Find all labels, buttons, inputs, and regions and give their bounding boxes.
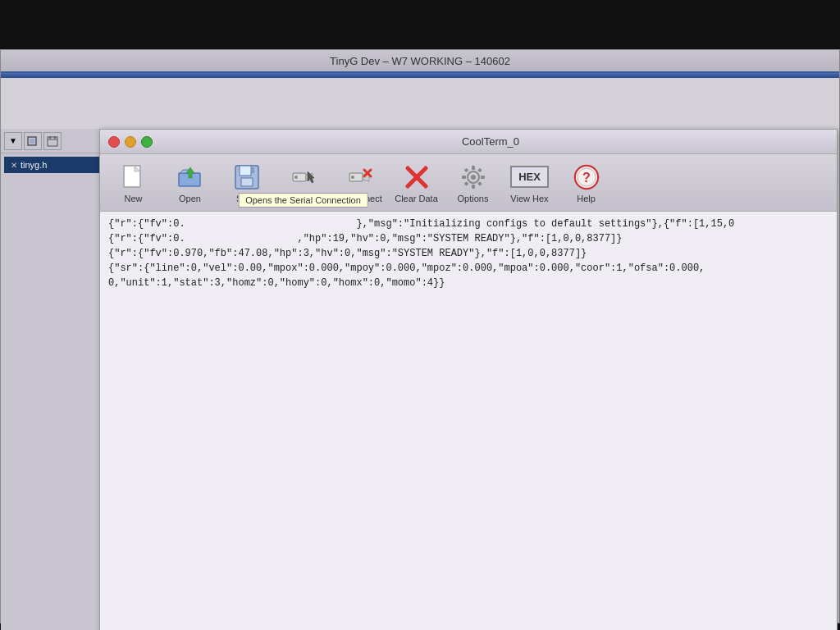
- view-hex-button[interactable]: HEX View Hex: [503, 158, 556, 208]
- save-button[interactable]: Save: [220, 158, 273, 208]
- sidebar-cal-btn[interactable]: [43, 132, 62, 150]
- connect-label: Connect: [286, 194, 320, 203]
- file-tab[interactable]: ✕ tinyg.h: [4, 157, 103, 173]
- svg-rect-35: [477, 181, 482, 186]
- main-title-bar: TinyG Dev – W7 WORKING – 140602: [1, 50, 839, 73]
- sidebar-icon-btn[interactable]: [24, 132, 42, 150]
- sidebar-dropdown-btn[interactable]: ▼: [4, 132, 22, 150]
- window-controls: [108, 136, 153, 148]
- coolterm-title-bar: CoolTerm_0: [100, 130, 837, 154]
- connect-button[interactable]: Connect Opens the Serial Connection: [276, 158, 330, 208]
- new-icon: [119, 162, 148, 192]
- view-hex-label: View Hex: [510, 194, 548, 203]
- main-accent-bar: [1, 73, 839, 78]
- svg-rect-14: [252, 167, 254, 173]
- terminal-line-4: {"sr":{"line":0,"vel":0.00,"mpox":0.000,…: [108, 261, 829, 276]
- disconnect-button[interactable]: Disconnect: [333, 158, 386, 208]
- options-label: Options: [458, 194, 489, 203]
- tab-label: tinyg.h: [21, 160, 47, 170]
- terminal-line-3: {"r":{"fv":0.970,"fb":47.08,"hp":3,"hv":…: [108, 246, 829, 261]
- main-title-text: TinyG Dev – W7 WORKING – 140602: [330, 55, 510, 67]
- disconnect-icon: [345, 162, 375, 192]
- save-label: Save: [236, 194, 257, 203]
- open-label: Open: [179, 194, 201, 203]
- coolterm-title: CoolTerm_0: [153, 135, 829, 148]
- connect-icon: [289, 162, 318, 192]
- close-button[interactable]: [108, 136, 120, 148]
- help-icon: ?: [572, 162, 601, 192]
- svg-rect-28: [472, 166, 475, 170]
- svg-point-27: [471, 175, 476, 180]
- sidebar-toolbar: ▼: [1, 129, 107, 153]
- hex-box: HEX: [510, 166, 549, 188]
- left-sidebar: ▼ ✕ tinyg.h: [1, 129, 107, 630]
- view-hex-icon: HEX: [515, 162, 545, 192]
- terminal-line-5: 0,"unit":1,"stat":3,"homz":0,"homy":0,"h…: [108, 276, 829, 290]
- clear-data-icon: [402, 162, 431, 192]
- svg-point-17: [294, 176, 298, 179]
- save-icon: [232, 162, 262, 192]
- options-icon: [459, 162, 488, 192]
- svg-rect-30: [462, 176, 466, 179]
- new-label: New: [124, 194, 142, 203]
- terminal-line-2: {"r":{"fv":0. ,"hp":19,"hv":0,"msg":"SYS…: [108, 231, 829, 246]
- new-button[interactable]: New: [107, 158, 160, 208]
- svg-rect-2: [48, 137, 57, 146]
- svg-rect-34: [463, 181, 468, 186]
- svg-rect-33: [477, 167, 482, 172]
- options-button[interactable]: Options: [446, 158, 500, 208]
- coolterm-window: CoolTerm_0 New: [99, 129, 838, 630]
- svg-rect-12: [240, 166, 251, 176]
- main-window: TinyG Dev – W7 WORKING – 140602 ▼: [0, 49, 840, 623]
- svg-rect-32: [463, 167, 468, 172]
- svg-point-21: [351, 176, 354, 179]
- svg-text:?: ?: [582, 171, 591, 185]
- help-button[interactable]: ? Help: [559, 158, 613, 208]
- terminal-line-1: {"r":{"fv":0. },"msg":"Initializing conf…: [108, 217, 829, 231]
- open-icon: [176, 162, 205, 192]
- coolterm-toolbar: New Open: [100, 154, 837, 212]
- maximize-button[interactable]: [141, 136, 153, 148]
- svg-rect-29: [472, 185, 475, 189]
- clear-data-button[interactable]: Clear Data: [390, 158, 443, 208]
- minimize-button[interactable]: [125, 136, 136, 148]
- svg-rect-1: [30, 139, 34, 144]
- terminal-area[interactable]: {"r":{"fv":0. },"msg":"Initializing conf…: [100, 212, 837, 630]
- svg-rect-31: [481, 176, 485, 179]
- help-label: Help: [577, 194, 596, 203]
- tab-close-icon[interactable]: ✕: [11, 161, 17, 170]
- disconnect-label: Disconnect: [337, 194, 381, 203]
- open-button[interactable]: Open: [163, 158, 217, 208]
- svg-rect-13: [241, 178, 253, 186]
- clear-data-label: Clear Data: [395, 194, 438, 203]
